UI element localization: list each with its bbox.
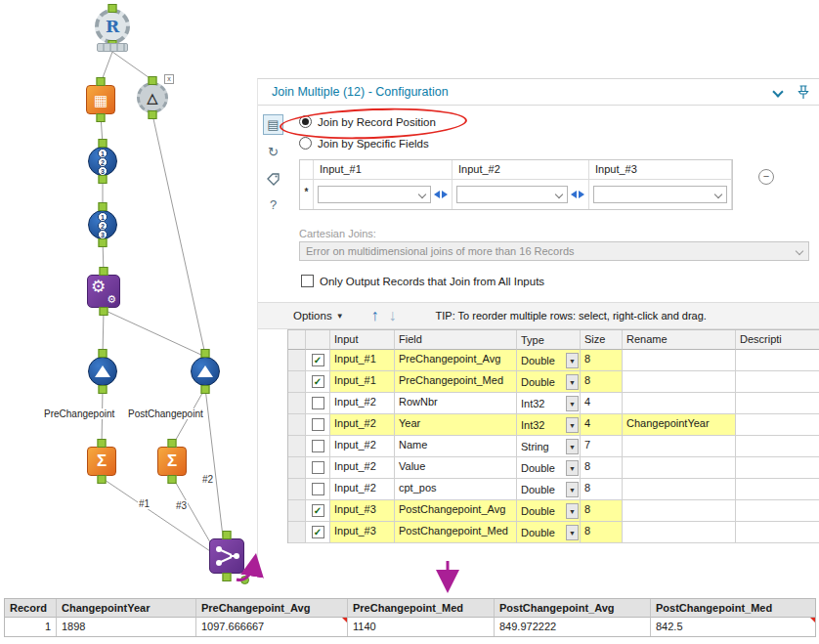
size-cell[interactable]: 7 bbox=[581, 436, 623, 457]
row-selector[interactable] bbox=[288, 393, 306, 414]
description-cell[interactable] bbox=[736, 522, 819, 543]
row-selector[interactable] bbox=[288, 350, 306, 371]
type-dropdown-icon[interactable]: ▼ bbox=[566, 525, 579, 540]
field-row[interactable]: Input_#2 Year Int32▼ 4 ChangepointYear bbox=[288, 414, 819, 436]
sort-tool-icon[interactable] bbox=[88, 357, 117, 386]
field-checkbox[interactable]: ✓ bbox=[306, 522, 330, 543]
join-by-fields-radio[interactable]: Join by Specific Fields bbox=[299, 137, 429, 150]
size-cell[interactable]: 4 bbox=[581, 393, 623, 414]
navigation-tab-icon[interactable]: ↻ bbox=[263, 142, 283, 162]
row-selector[interactable] bbox=[288, 371, 306, 393]
description-cell[interactable] bbox=[736, 350, 819, 371]
annotation-tag-icon[interactable] bbox=[263, 169, 283, 190]
summarize-tool-icon[interactable]: Σ bbox=[157, 447, 187, 476]
left-right-arrows-icon[interactable] bbox=[434, 191, 448, 198]
rename-cell[interactable] bbox=[623, 371, 736, 393]
field-row[interactable]: ✓ Input_#3 PostChangepoint_Med Double▼ 8 bbox=[288, 522, 819, 543]
join-field-select[interactable] bbox=[456, 186, 568, 203]
field-checkbox[interactable]: ✓ bbox=[306, 371, 330, 393]
description-cell[interactable] bbox=[736, 436, 819, 457]
field-row[interactable]: ✓ Input_#3 PostChangepoint_Avg Double▼ 8 bbox=[288, 500, 819, 522]
type-cell[interactable]: Int32▼ bbox=[517, 393, 581, 414]
pin-icon[interactable] bbox=[797, 85, 809, 100]
type-cell[interactable]: Double▼ bbox=[517, 371, 581, 393]
size-cell[interactable]: 8 bbox=[581, 350, 623, 371]
type-dropdown-icon[interactable]: ▼ bbox=[566, 353, 579, 368]
record-id-tool-icon[interactable]: 1 2 3 bbox=[88, 147, 117, 176]
summarize-tool-icon[interactable]: Σ bbox=[87, 447, 116, 476]
type-cell[interactable]: Double▼ bbox=[517, 522, 581, 543]
field-row[interactable]: ✓ Input_#1 PreChangepoint_Avg Double▼ 8 bbox=[288, 350, 819, 371]
rename-cell[interactable] bbox=[623, 436, 736, 457]
cartesian-joins-dropdown[interactable]: Error on multidimensional joins of more … bbox=[299, 241, 809, 261]
field-checkbox[interactable] bbox=[306, 457, 330, 479]
description-cell[interactable] bbox=[736, 479, 819, 500]
type-dropdown-icon[interactable]: ▼ bbox=[566, 417, 579, 433]
field-checkbox[interactable]: ✓ bbox=[306, 350, 330, 371]
move-down-button[interactable]: ↓ bbox=[389, 307, 397, 324]
field-row[interactable]: ✓ Input_#1 PreChangepoint_Med Double▼ 8 bbox=[288, 371, 819, 393]
field-checkbox[interactable]: ✓ bbox=[306, 500, 330, 522]
field-checkbox[interactable] bbox=[306, 436, 330, 457]
type-dropdown-icon[interactable]: ▼ bbox=[566, 396, 579, 411]
arrange-tool-icon[interactable]: ▦ bbox=[86, 85, 115, 114]
size-cell[interactable]: 8 bbox=[581, 522, 623, 543]
description-cell[interactable] bbox=[736, 457, 819, 479]
join-field-select[interactable] bbox=[318, 186, 431, 203]
r-tool-icon[interactable]: R bbox=[95, 9, 130, 44]
rename-cell[interactable] bbox=[623, 350, 736, 371]
move-up-button[interactable]: ↑ bbox=[371, 307, 379, 324]
type-dropdown-icon[interactable]: ▼ bbox=[566, 482, 579, 497]
field-row[interactable]: Input_#2 Value Double▼ 8 bbox=[288, 457, 819, 479]
type-cell[interactable]: Double▼ bbox=[517, 457, 581, 479]
macro-gears-tool-icon[interactable]: ⚙ ⚙ bbox=[87, 275, 120, 308]
type-dropdown-icon[interactable]: ▼ bbox=[566, 439, 579, 454]
radio-selected-icon[interactable] bbox=[299, 115, 312, 128]
size-cell[interactable]: 8 bbox=[581, 371, 623, 393]
sort-tool-icon[interactable] bbox=[191, 357, 220, 386]
output-anchor-icon[interactable] bbox=[240, 576, 249, 584]
rename-cell[interactable] bbox=[623, 500, 736, 522]
description-cell[interactable] bbox=[736, 393, 819, 414]
row-selector[interactable] bbox=[288, 479, 306, 500]
field-checkbox[interactable] bbox=[306, 414, 330, 436]
size-cell[interactable]: 4 bbox=[581, 414, 623, 436]
description-cell[interactable] bbox=[736, 500, 819, 522]
help-tab-icon[interactable]: ? bbox=[263, 194, 283, 215]
field-row[interactable]: Input_#2 cpt_pos Double▼ 8 bbox=[288, 479, 819, 500]
field-row[interactable]: Input_#2 Name String▼ 7 bbox=[288, 436, 819, 457]
rename-cell[interactable]: ChangepointYear bbox=[623, 414, 736, 436]
chevron-down-icon[interactable] bbox=[772, 86, 783, 97]
rename-cell[interactable] bbox=[623, 393, 736, 414]
size-cell[interactable]: 8 bbox=[581, 479, 623, 500]
join-by-record-radio[interactable]: Join by Record Position bbox=[299, 115, 436, 128]
type-cell[interactable]: String▼ bbox=[517, 436, 581, 457]
record-id-tool-icon[interactable]: 1 2 3 bbox=[88, 210, 117, 239]
row-selector[interactable] bbox=[288, 522, 306, 543]
rename-cell[interactable] bbox=[623, 457, 736, 479]
chart-macro-tool-icon[interactable]: △ bbox=[137, 82, 168, 113]
description-cell[interactable] bbox=[736, 371, 819, 393]
row-selector[interactable] bbox=[288, 457, 306, 479]
type-cell[interactable]: Double▼ bbox=[517, 350, 581, 371]
rename-cell[interactable] bbox=[623, 479, 736, 500]
row-selector[interactable] bbox=[288, 500, 306, 522]
options-button[interactable]: Options ▼ bbox=[293, 310, 344, 322]
field-row[interactable]: Input_#2 RowNbr Int32▼ 4 bbox=[288, 393, 819, 414]
description-cell[interactable] bbox=[736, 414, 819, 436]
only-output-checkbox-row[interactable]: Only Output Records that Join from All I… bbox=[301, 275, 544, 287]
size-cell[interactable]: 8 bbox=[581, 457, 623, 479]
field-checkbox[interactable] bbox=[306, 393, 330, 414]
join-multiple-tool-icon[interactable] bbox=[209, 538, 244, 574]
size-cell[interactable]: 8 bbox=[581, 500, 623, 522]
type-dropdown-icon[interactable]: ▼ bbox=[566, 460, 579, 476]
configuration-tab-icon[interactable]: ▤ bbox=[263, 114, 283, 135]
type-cell[interactable]: Int32▼ bbox=[517, 414, 581, 436]
type-dropdown-icon[interactable]: ▼ bbox=[566, 503, 579, 519]
radio-unselected-icon[interactable] bbox=[299, 137, 312, 150]
remove-row-button[interactable]: − bbox=[758, 169, 774, 185]
type-dropdown-icon[interactable]: ▼ bbox=[566, 374, 579, 390]
rename-cell[interactable] bbox=[623, 522, 736, 543]
type-cell[interactable]: Double▼ bbox=[517, 500, 581, 522]
checkbox-unchecked-icon[interactable] bbox=[301, 275, 314, 287]
